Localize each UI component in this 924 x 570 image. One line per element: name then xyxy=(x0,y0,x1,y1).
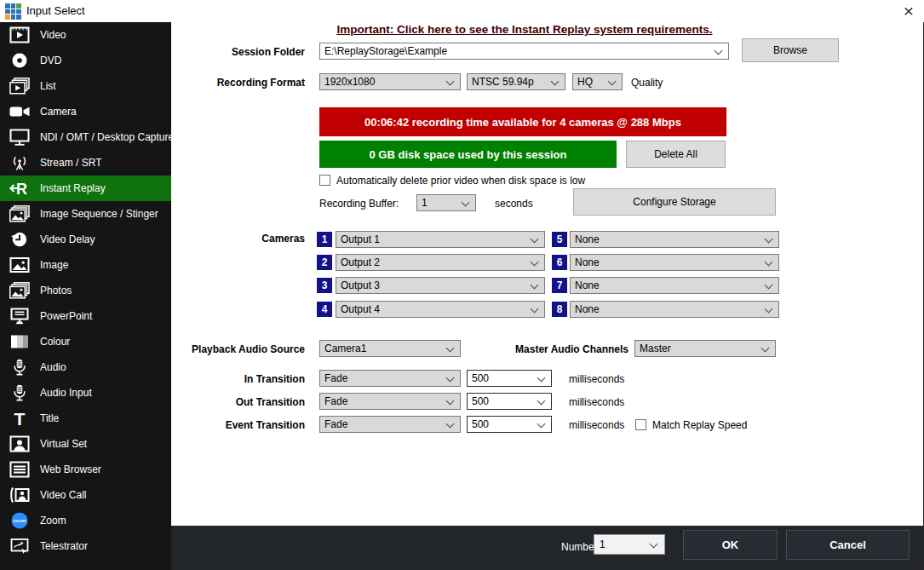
delete-all-button[interactable]: Delete All xyxy=(626,141,726,168)
master-audio-channels-combobox[interactable]: Master xyxy=(634,340,776,357)
svg-text:T: T xyxy=(14,410,26,427)
camera-6-combobox[interactable]: None xyxy=(570,254,779,271)
sidebar-item-label: PowerPoint xyxy=(40,310,92,322)
camera-8-combobox[interactable]: None xyxy=(570,301,779,318)
sidebar-item-video-delay[interactable]: Video Delay xyxy=(0,227,171,252)
sidebar-item-label: Instant Replay xyxy=(40,182,106,194)
sidebar-item-list[interactable]: List xyxy=(0,73,171,99)
recording-buffer-label: Recording Buffer: xyxy=(319,198,399,210)
sidebar-item-stream[interactable]: Stream / SRT xyxy=(0,150,171,176)
master-audio-channels-label: Master Audio Channels xyxy=(469,343,628,355)
dialog-footer: Number 1 OK Cancel xyxy=(171,526,923,569)
sidebar-item-video[interactable]: Video xyxy=(0,22,171,48)
sidebar-item-label: Audio xyxy=(40,361,66,373)
instant-replay-panel: Important: Click here to see the Instant… xyxy=(171,22,923,526)
browse-button[interactable]: Browse xyxy=(742,38,839,62)
quality-label: Quality xyxy=(631,77,663,89)
sidebar-item-video-call[interactable]: Video Call xyxy=(0,482,171,508)
sidebar-item-zoom[interactable]: zoom Zoom xyxy=(0,508,171,533)
letter-t-icon: T xyxy=(9,410,31,427)
sidebar-item-image[interactable]: Image xyxy=(0,252,171,278)
sidebar-item-audio-input[interactable]: Audio Input xyxy=(0,380,171,406)
disc-icon xyxy=(9,52,31,69)
resolution-combobox[interactable]: 1920x1080 xyxy=(319,73,461,90)
camera-1-combobox[interactable]: Output 1 xyxy=(336,231,545,248)
playback-audio-source-combobox[interactable]: Camera1 xyxy=(319,340,461,357)
sidebar-item-label: Image xyxy=(40,259,68,271)
camera-number-badge: 4 xyxy=(317,302,332,317)
out-transition-duration-combobox[interactable]: 500 xyxy=(467,393,552,410)
sidebar-item-telestrator[interactable]: Telestrator xyxy=(0,533,171,559)
sidebar-item-camera[interactable]: Camera xyxy=(0,99,171,124)
browser-lines-icon xyxy=(9,461,31,478)
out-transition-effect-combobox[interactable]: Fade xyxy=(319,393,461,410)
sidebar-item-label: List xyxy=(40,80,56,92)
sidebar-item-label: Colour xyxy=(40,336,70,348)
cancel-button[interactable]: Cancel xyxy=(786,530,910,560)
svg-text:R: R xyxy=(16,181,27,197)
number-label: Number xyxy=(561,541,598,553)
window-title: Input Select xyxy=(26,4,85,17)
sidebar-item-title[interactable]: T Title xyxy=(0,406,171,431)
disk-space-banner: 0 GB disk space used by this session xyxy=(319,141,617,168)
sidebar-item-image-sequence[interactable]: Image Sequence / Stinger xyxy=(0,201,171,227)
sidebar-item-audio[interactable]: Audio xyxy=(0,354,171,380)
match-replay-speed-checkbox[interactable] xyxy=(635,419,646,430)
sidebar-item-ndi[interactable]: NDI / OMT / Desktop Capture xyxy=(0,124,171,150)
playback-audio-source-label: Playback Audio Source xyxy=(171,343,305,355)
monitor-icon xyxy=(9,129,31,146)
camera-7-combobox[interactable]: None xyxy=(570,277,779,294)
session-folder-combobox[interactable]: E:\ReplayStorage\Example xyxy=(319,43,729,60)
in-transition-effect-combobox[interactable]: Fade xyxy=(319,370,461,387)
sidebar-item-label: NDI / OMT / Desktop Capture xyxy=(40,131,174,143)
frame-rate-combobox[interactable]: NTSC 59.94p xyxy=(467,73,565,90)
sidebar-item-photos[interactable]: Photos xyxy=(0,278,171,303)
system-requirements-link[interactable]: Important: Click here to see the Instant… xyxy=(273,23,776,36)
recording-buffer-combobox[interactable]: 1 xyxy=(416,194,476,211)
person-frame-icon xyxy=(9,435,31,452)
quality-combobox[interactable]: HQ xyxy=(572,73,623,90)
film-play-icon xyxy=(9,26,31,43)
out-transition-unit: milliseconds xyxy=(569,396,624,408)
sidebar-item-virtual-set[interactable]: Virtual Set xyxy=(0,431,171,457)
configure-storage-button[interactable]: Configure Storage xyxy=(573,188,776,216)
in-transition-duration-combobox[interactable]: 500 xyxy=(467,370,552,387)
sidebar-item-label: Zoom xyxy=(40,515,66,527)
photo-stack-icon xyxy=(9,205,31,222)
sidebar-item-label: Title xyxy=(40,412,59,424)
event-transition-effect-combobox[interactable]: Fade xyxy=(319,416,461,433)
close-icon[interactable]: × xyxy=(904,0,914,22)
sidebar-item-label: DVD xyxy=(40,55,61,66)
photo-stack-icon xyxy=(9,282,31,299)
sidebar-item-colour[interactable]: Colour xyxy=(0,329,171,354)
sidebar-item-label: Stream / SRT xyxy=(40,157,101,169)
swatch-icon xyxy=(9,333,31,350)
vmix-logo-icon xyxy=(5,3,21,20)
antenna-icon xyxy=(9,154,31,171)
auto-delete-label: Automatically delete prior video when di… xyxy=(336,175,585,187)
zoom-circle-icon: zoom xyxy=(9,512,31,529)
sidebar-item-dvd[interactable]: DVD xyxy=(0,48,171,73)
camera-5-combobox[interactable]: None xyxy=(570,231,779,248)
camera-4-combobox[interactable]: Output 4 xyxy=(336,301,545,318)
ok-button[interactable]: OK xyxy=(683,530,778,560)
presentation-icon xyxy=(9,308,31,325)
sidebar-item-label: Audio Input xyxy=(40,387,92,399)
sidebar-item-label: Image Sequence / Stinger xyxy=(40,208,158,220)
sidebar-item-web-browser[interactable]: Web Browser xyxy=(0,457,171,482)
in-transition-unit: milliseconds xyxy=(569,373,624,385)
auto-delete-checkbox[interactable] xyxy=(319,175,330,186)
event-transition-duration-combobox[interactable]: 500 xyxy=(467,416,552,433)
sidebar-item-powerpoint[interactable]: PowerPoint xyxy=(0,303,171,329)
number-combobox[interactable]: 1 xyxy=(594,534,665,555)
camera-number-badge: 3 xyxy=(317,278,332,293)
sidebar-item-label: Virtual Set xyxy=(40,438,87,450)
event-transition-unit: milliseconds xyxy=(569,419,624,431)
call-person-icon xyxy=(9,487,31,504)
camera-2-combobox[interactable]: Output 2 xyxy=(336,254,545,271)
camera-number-badge: 6 xyxy=(552,255,567,270)
cameras-label: Cameras xyxy=(171,233,305,245)
camera-3-combobox[interactable]: Output 3 xyxy=(336,277,545,294)
sidebar-item-instant-replay[interactable]: R Instant Replay xyxy=(0,176,171,201)
svg-text:zoom: zoom xyxy=(14,518,26,523)
